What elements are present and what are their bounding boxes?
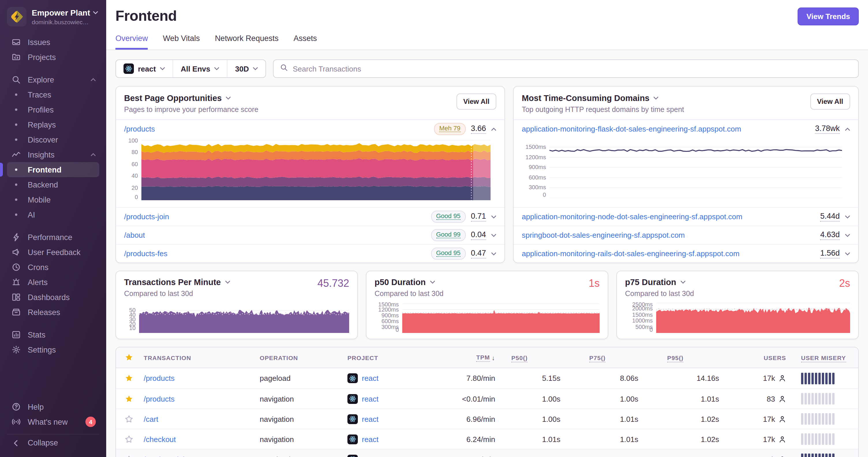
sidebar-item-insights[interactable]: Insights [7, 147, 99, 162]
sidebar-item-user-feedback[interactable]: User Feedback [7, 244, 99, 260]
sidebar-item-crons[interactable]: Crons [7, 260, 99, 275]
environment-filter[interactable]: All Envs [173, 60, 228, 77]
project-link[interactable]: react [362, 455, 379, 457]
user-misery-bars [801, 433, 858, 445]
sidebar-item-ai[interactable]: AI [7, 207, 99, 222]
column-header-project[interactable]: PROJECT [346, 354, 447, 361]
chevron-down-icon[interactable] [491, 215, 496, 219]
sidebar-item-help[interactable]: Help [7, 399, 99, 414]
star-outline-icon[interactable] [124, 435, 133, 444]
sidebar-item-issues[interactable]: Issues [7, 35, 99, 50]
project-link[interactable]: react [362, 435, 379, 444]
sidebar-item-alerts[interactable]: Alerts [7, 275, 99, 290]
tab-network-requests[interactable]: Network Requests [215, 34, 279, 50]
column-header-p95[interactable]: P95() [658, 354, 739, 361]
time-consuming-domains-dropdown[interactable]: Most Time-Consuming Domains [522, 94, 659, 103]
transaction-row[interactable]: /products-joinpageloadreact3.88/min1.50s… [116, 449, 858, 457]
opportunity-value: 0.04 [471, 230, 486, 240]
page-link[interactable]: /products [124, 125, 155, 133]
column-header-operation[interactable]: OPERATION [260, 354, 346, 361]
domain-row[interactable]: application-monitoring-flask-dot-sales-e… [514, 120, 858, 207]
tab-web-vitals[interactable]: Web Vitals [163, 34, 200, 50]
sidebar-item-frontend[interactable]: Frontend [7, 162, 99, 177]
project-link[interactable]: react [362, 374, 379, 383]
domain-link[interactable]: application-monitoring-rails-dot-sales-e… [522, 249, 739, 258]
chevron-down-icon[interactable] [491, 252, 496, 255]
sidebar-item-discover[interactable]: Discover [7, 132, 99, 147]
page-opportunity-row[interactable]: /products-joinGood 950.71 [116, 207, 504, 226]
sidebar-item-projects[interactable]: Projects [7, 50, 99, 65]
star-filled-icon[interactable] [124, 394, 133, 403]
transaction-row[interactable]: /productsnavigationreact<0.01/min1.00s1.… [116, 388, 858, 409]
sidebar-item-mobile[interactable]: Mobile [7, 192, 99, 207]
domain-row[interactable]: application-monitoring-node-dot-sales-en… [514, 207, 858, 226]
chevron-down-icon[interactable] [491, 233, 496, 237]
transaction-link[interactable]: /products [144, 394, 175, 403]
column-header-users[interactable]: USERS [739, 354, 800, 361]
search-transactions-input[interactable] [292, 64, 852, 73]
sidebar-item-releases[interactable]: Releases [7, 305, 99, 320]
chevron-up-icon[interactable] [491, 127, 496, 131]
column-header-misery[interactable]: USER MISERY [800, 354, 858, 361]
transaction-row[interactable]: /checkoutnavigationreact6.24/min1.01s1.0… [116, 429, 858, 449]
org-switcher[interactable]: Empower Plant dominik.buszowiec… [7, 7, 99, 27]
sidebar-item-dashboards[interactable]: Dashboards [7, 290, 99, 305]
sidebar-item-settings[interactable]: Settings [7, 342, 99, 357]
transaction-link[interactable]: /cart [144, 415, 158, 423]
search-transactions-field[interactable] [273, 59, 859, 78]
y-axis-labels: 2500ms2000ms1500ms1000ms500ms0 [625, 302, 656, 333]
page-link[interactable]: /products-join [124, 213, 169, 221]
domains-view-all-button[interactable]: View All [810, 94, 850, 110]
transaction-link[interactable]: /products [144, 374, 175, 383]
sidebar-item-label: Crons [28, 263, 49, 271]
column-header-p75[interactable]: P75() [580, 354, 658, 361]
chevron-down-icon[interactable] [845, 233, 850, 237]
transaction-link[interactable]: /products-join [144, 455, 189, 457]
transaction-row[interactable]: /cartnavigationreact6.96/min1.00s1.01s1.… [116, 409, 858, 429]
project-filter[interactable]: react [116, 60, 173, 77]
sidebar-item-stats[interactable]: Stats [7, 327, 99, 342]
project-link[interactable]: react [362, 415, 379, 423]
column-header-tpm[interactable]: TPM↓ [447, 353, 502, 361]
sidebar-item-whats-new[interactable]: What's new4 [7, 414, 99, 429]
chevron-down-icon[interactable] [845, 252, 850, 255]
pages-view-all-button[interactable]: View All [456, 94, 496, 110]
domain-row[interactable]: application-monitoring-rails-dot-sales-e… [514, 244, 858, 263]
column-header-p50[interactable]: P50() [502, 354, 580, 361]
transaction-link[interactable]: /checkout [144, 435, 176, 444]
metric-title-dropdown[interactable]: Transactions Per Minute [124, 278, 230, 287]
star-outline-icon[interactable] [124, 415, 133, 423]
domain-link[interactable]: springboot-dot-sales-engineering-sf.apps… [522, 231, 685, 239]
sidebar-item-performance[interactable]: Performance [7, 230, 99, 244]
page-opportunity-row[interactable]: /productsMeh 793.66100806040200 [116, 120, 504, 207]
sidebar-item-replays[interactable]: Replays [7, 117, 99, 132]
transaction-row[interactable]: /productspageloadreact7.80/min5.15s8.06s… [116, 368, 858, 388]
chevron-down-icon[interactable] [845, 215, 850, 219]
sidebar-item-profiles[interactable]: Profiles [7, 102, 99, 117]
page-opportunity-row[interactable]: /products-fesGood 950.47 [116, 244, 504, 263]
sidebar-item-backend[interactable]: Backend [7, 177, 99, 192]
sidebar-item-traces[interactable]: Traces [7, 87, 99, 102]
tab-assets[interactable]: Assets [293, 34, 317, 50]
date-range-filter[interactable]: 30D [228, 60, 266, 77]
chevron-up-icon[interactable] [845, 127, 850, 131]
view-trends-button[interactable]: View Trends [798, 7, 859, 25]
metric-title-dropdown[interactable]: p75 Duration [625, 278, 685, 287]
page-opportunity-row[interactable]: /aboutGood 990.04 [116, 226, 504, 244]
star-filled-icon[interactable] [124, 374, 133, 383]
domain-link[interactable]: application-monitoring-node-dot-sales-en… [522, 213, 742, 221]
page-link[interactable]: /about [124, 231, 145, 239]
sidebar-item-explore[interactable]: Explore [7, 72, 99, 87]
column-header-transaction[interactable]: TRANSACTION [142, 354, 260, 361]
page-link[interactable]: /products-fes [124, 249, 167, 258]
metric-title-dropdown[interactable]: p50 Duration [375, 278, 435, 287]
best-page-opportunities-dropdown[interactable]: Best Page Opportunities [124, 94, 231, 103]
sidebar-collapse-button[interactable]: Collapse [7, 434, 99, 451]
project-link[interactable]: react [362, 394, 379, 403]
domain-row[interactable]: springboot-dot-sales-engineering-sf.apps… [514, 226, 858, 244]
domain-link[interactable]: application-monitoring-flask-dot-sales-e… [522, 125, 741, 133]
tab-overview[interactable]: Overview [116, 34, 148, 50]
star-outline-icon[interactable] [124, 455, 133, 457]
p75-duration-chart: 2500ms2000ms1500ms1000ms500ms0 [625, 302, 850, 333]
panel-subtitle: Top outgoing HTTP request domains by tim… [522, 106, 684, 114]
